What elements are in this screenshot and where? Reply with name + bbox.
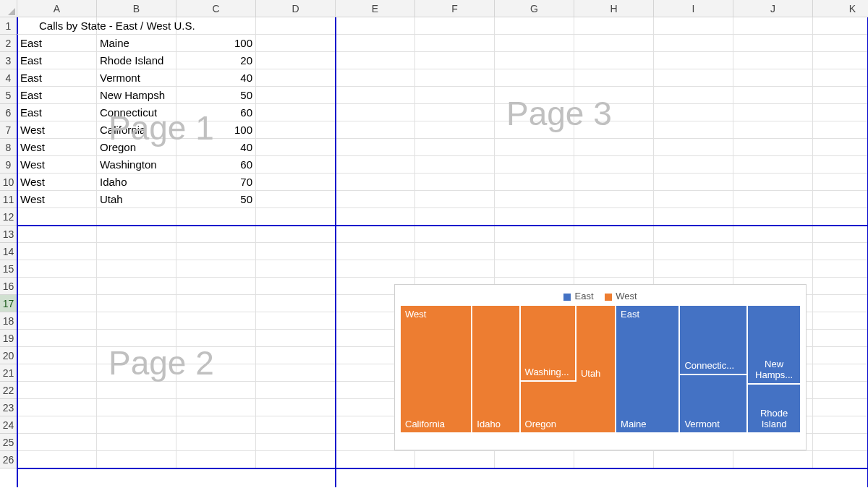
cell-A13[interactable] bbox=[17, 226, 97, 243]
cell-I8[interactable] bbox=[654, 139, 733, 156]
col-header-J[interactable]: J bbox=[733, 0, 813, 17]
cell-K25[interactable] bbox=[813, 434, 868, 451]
cell-B13[interactable] bbox=[97, 226, 176, 243]
cell-E26[interactable] bbox=[336, 451, 415, 468]
row-header-4[interactable]: 4 bbox=[0, 69, 17, 87]
cell-C14[interactable] bbox=[176, 243, 256, 260]
cell-H11[interactable] bbox=[574, 191, 654, 208]
row-header-26[interactable]: 26 bbox=[0, 451, 17, 468]
cell-D25[interactable] bbox=[256, 434, 336, 451]
cell-E9[interactable] bbox=[336, 156, 415, 174]
col-header-H[interactable]: H bbox=[574, 0, 654, 17]
cell-E10[interactable] bbox=[336, 174, 415, 191]
cell-K3[interactable] bbox=[813, 52, 868, 69]
cell-I26[interactable] bbox=[654, 451, 733, 468]
cell-C19[interactable] bbox=[176, 330, 256, 347]
row-header-21[interactable]: 21 bbox=[0, 364, 17, 382]
cell-C8[interactable]: 40 bbox=[176, 139, 256, 156]
cell-D18[interactable] bbox=[256, 312, 336, 330]
cell-D19[interactable] bbox=[256, 330, 336, 347]
cell-B16[interactable] bbox=[97, 278, 176, 295]
cell-J1[interactable] bbox=[733, 17, 813, 35]
cell-A7[interactable]: West bbox=[17, 121, 97, 139]
cell-B14[interactable] bbox=[97, 243, 176, 260]
cell-D24[interactable] bbox=[256, 416, 336, 434]
cell-E8[interactable] bbox=[336, 139, 415, 156]
cell-G9[interactable] bbox=[495, 156, 574, 174]
cell-E12[interactable] bbox=[336, 208, 415, 226]
cell-I13[interactable] bbox=[654, 226, 733, 243]
cell-I7[interactable] bbox=[654, 121, 733, 139]
cell-K24[interactable] bbox=[813, 416, 868, 434]
cell-H7[interactable] bbox=[574, 121, 654, 139]
col-header-K[interactable]: K bbox=[813, 0, 868, 17]
row-header-22[interactable]: 22 bbox=[0, 382, 17, 399]
row-header-19[interactable]: 19 bbox=[0, 330, 17, 347]
cell-D9[interactable] bbox=[256, 156, 336, 174]
cell-H6[interactable] bbox=[574, 104, 654, 121]
cell-H1[interactable] bbox=[574, 17, 654, 35]
cell-F14[interactable] bbox=[415, 243, 495, 260]
cell-D2[interactable] bbox=[256, 35, 336, 52]
cell-C12[interactable] bbox=[176, 208, 256, 226]
row-header-25[interactable]: 25 bbox=[0, 434, 17, 451]
row-header-5[interactable]: 5 bbox=[0, 87, 17, 104]
cell-H26[interactable] bbox=[574, 451, 654, 468]
cell-B18[interactable] bbox=[97, 312, 176, 330]
cell-A9[interactable]: West bbox=[17, 156, 97, 174]
row-header-7[interactable]: 7 bbox=[0, 121, 17, 139]
col-header-I[interactable]: I bbox=[654, 0, 733, 17]
cell-D7[interactable] bbox=[256, 121, 336, 139]
cell-B12[interactable] bbox=[97, 208, 176, 226]
cell-D13[interactable] bbox=[256, 226, 336, 243]
cell-J5[interactable] bbox=[733, 87, 813, 104]
cell-B10[interactable]: Idaho bbox=[97, 174, 176, 191]
cell-K17[interactable] bbox=[813, 295, 868, 312]
cell-K21[interactable] bbox=[813, 364, 868, 382]
cell-I9[interactable] bbox=[654, 156, 733, 174]
cell-E1[interactable] bbox=[336, 17, 415, 35]
col-header-D[interactable]: D bbox=[256, 0, 336, 17]
cell-I10[interactable] bbox=[654, 174, 733, 191]
cell-B2[interactable]: Maine bbox=[97, 35, 176, 52]
cell-B22[interactable] bbox=[97, 382, 176, 399]
cell-A4[interactable]: East bbox=[17, 69, 97, 87]
cell-D5[interactable] bbox=[256, 87, 336, 104]
cell-J26[interactable] bbox=[733, 451, 813, 468]
cell-B19[interactable] bbox=[97, 330, 176, 347]
cell-C21[interactable] bbox=[176, 364, 256, 382]
cell-F11[interactable] bbox=[415, 191, 495, 208]
cell-J8[interactable] bbox=[733, 139, 813, 156]
cell-G10[interactable] bbox=[495, 174, 574, 191]
cell-B9[interactable]: Washington bbox=[97, 156, 176, 174]
cell-C3[interactable]: 20 bbox=[176, 52, 256, 69]
cell-K12[interactable] bbox=[813, 208, 868, 226]
cell-I3[interactable] bbox=[654, 52, 733, 69]
col-header-G[interactable]: G bbox=[495, 0, 574, 17]
cell-H2[interactable] bbox=[574, 35, 654, 52]
cell-F5[interactable] bbox=[415, 87, 495, 104]
cell-J13[interactable] bbox=[733, 226, 813, 243]
cell-F6[interactable] bbox=[415, 104, 495, 121]
row-header-8[interactable]: 8 bbox=[0, 139, 17, 156]
row-header-12[interactable]: 12 bbox=[0, 208, 17, 226]
cell-A25[interactable] bbox=[17, 434, 97, 451]
cell-D8[interactable] bbox=[256, 139, 336, 156]
cell-B15[interactable] bbox=[97, 260, 176, 278]
cell-G6[interactable] bbox=[495, 104, 574, 121]
cell-K5[interactable] bbox=[813, 87, 868, 104]
cell-K9[interactable] bbox=[813, 156, 868, 174]
cell-B17[interactable] bbox=[97, 295, 176, 312]
cell-A6[interactable]: East bbox=[17, 104, 97, 121]
cell-J12[interactable] bbox=[733, 208, 813, 226]
cell-I6[interactable] bbox=[654, 104, 733, 121]
cell-A22[interactable] bbox=[17, 382, 97, 399]
row-header-18[interactable]: 18 bbox=[0, 312, 17, 330]
row-header-10[interactable]: 10 bbox=[0, 174, 17, 191]
cell-I11[interactable] bbox=[654, 191, 733, 208]
cell-A19[interactable] bbox=[17, 330, 97, 347]
row-header-15[interactable]: 15 bbox=[0, 260, 17, 278]
cell-F3[interactable] bbox=[415, 52, 495, 69]
cell-F7[interactable] bbox=[415, 121, 495, 139]
cell-A23[interactable] bbox=[17, 399, 97, 416]
